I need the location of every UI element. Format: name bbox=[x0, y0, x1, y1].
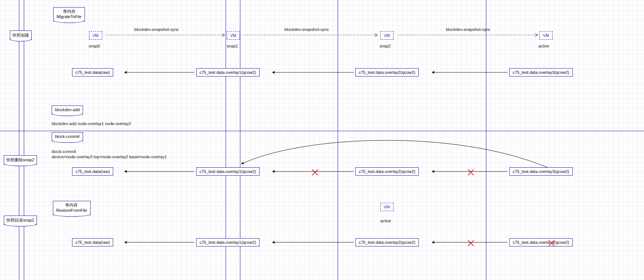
vertical-rule bbox=[24, 0, 24, 280]
horizontal-rule bbox=[0, 131, 644, 131]
snap-label: snap0 bbox=[89, 44, 100, 48]
snap-label: snap2 bbox=[380, 44, 391, 48]
file-overlay1: c75_test.data.overlay1(qcow2) bbox=[196, 68, 260, 77]
blockdev-snapshot-sync-label: blockdev-snapshot-sync bbox=[446, 27, 490, 32]
restore-note: 带内存 RestoreFromFile bbox=[53, 201, 91, 215]
file-overlay3: c75_test.data.overlay3(qcow2) bbox=[509, 68, 573, 77]
snap-label: active bbox=[538, 44, 549, 48]
blockdev-add-note: blockdev-add bbox=[52, 106, 83, 115]
cross-icon bbox=[311, 168, 319, 176]
file-overlay3: c75_test.data.overlay3(qcow2) bbox=[509, 167, 573, 176]
cross-icon bbox=[467, 168, 475, 176]
blockdev-snapshot-sync-label: blockdev-snapshot-sync bbox=[134, 27, 179, 32]
file-overlay3: c75_test.data.overlay3(qcow2) bbox=[509, 238, 573, 246]
note-line: RestoreFromFile bbox=[56, 208, 87, 213]
block-commit-text1: block-commit bbox=[52, 149, 76, 154]
vm-snap1: VM bbox=[227, 31, 240, 40]
file-overlay2: c75_test.data.overlay2(qcow2) bbox=[355, 238, 419, 246]
section-label-rollback: 快照回滚snap2 bbox=[4, 216, 37, 225]
section-label-create: 快照创建 bbox=[10, 31, 32, 40]
vertical-rule bbox=[338, 0, 338, 280]
file-raw: c75_test.data(raw) bbox=[72, 238, 113, 246]
vertical-rule bbox=[19, 0, 19, 280]
block-commit-note: block-commit bbox=[52, 132, 83, 141]
file-overlay1: c75_test.data.overlay1(qcow2) bbox=[196, 167, 260, 176]
cross-icon bbox=[467, 239, 475, 247]
file-overlay2: c75_test.data.overlay2(qcow2) bbox=[355, 68, 419, 77]
vm-snap0: VM bbox=[89, 31, 102, 40]
migrate-note: 带内存 MigrateToFile bbox=[53, 7, 85, 21]
note-line: 带内存 bbox=[65, 203, 78, 207]
vm-snap2: VM bbox=[380, 31, 393, 40]
vm-active: VM bbox=[539, 31, 553, 40]
file-overlay2: c75_test.data.overlay2(qcow2) bbox=[355, 167, 419, 176]
cross-icon bbox=[548, 239, 555, 247]
arrow-commit-result bbox=[241, 140, 547, 167]
note-line: 带内存 bbox=[63, 9, 75, 14]
blockdev-add-text: blockdev-add node-overlay1 node-overlay2 bbox=[52, 121, 131, 126]
active-label: active bbox=[380, 219, 391, 223]
file-raw: c75_test.data(raw) bbox=[72, 68, 113, 77]
file-overlay1: c75_test.data.overlay1(qcow2) bbox=[196, 238, 260, 246]
note-line: MigrateToFile bbox=[57, 14, 81, 19]
section-label-delete: 快照删除snap2 bbox=[4, 155, 37, 165]
vertical-rule bbox=[486, 0, 486, 280]
blockdev-snapshot-sync-label: blockdev-snapshot-sync bbox=[284, 27, 329, 32]
block-commit-text2: device=node-overlay3 top=node-overlay2 b… bbox=[52, 155, 167, 159]
snap-label: snap1 bbox=[227, 44, 238, 48]
file-raw: c75_test.data(raw) bbox=[72, 167, 113, 176]
vm-active-rolled: VM bbox=[380, 203, 393, 211]
